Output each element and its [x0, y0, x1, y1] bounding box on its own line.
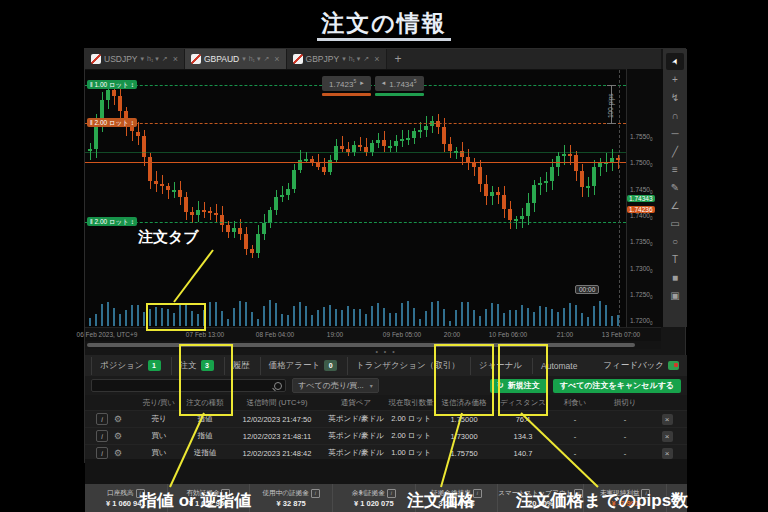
column-header-distance[interactable]: ディスタンス [499, 395, 547, 410]
pair-flag-icon [293, 54, 303, 64]
column-header-qty[interactable]: 現在取引数量 [389, 395, 433, 410]
feedback-link[interactable]: フィードバック [603, 360, 679, 372]
cancel-order-icon[interactable]: × [662, 448, 673, 459]
cell-x[interactable]: × [655, 411, 679, 427]
angle-icon[interactable]: ∠ [666, 197, 684, 214]
table-row[interactable]: i⚙買い指値12/02/2023 21:48:11英ポンド/豪ドル2.00 ロッ… [85, 428, 687, 445]
column-header-sl[interactable]: 損切り [601, 395, 649, 410]
square-icon[interactable]: ■ [666, 269, 684, 286]
table-row[interactable]: i⚙売り指値12/02/2023 21:47:50英ポンド/豪ドル2.00 ロッ… [85, 411, 687, 428]
cell-g[interactable]: ⚙ [111, 411, 125, 427]
channel-icon[interactable]: ≡ [666, 161, 684, 178]
candle [226, 225, 230, 231]
flash-icon[interactable]: ↯ [666, 89, 684, 106]
chevron-down-icon[interactable]: ▾ [141, 55, 145, 63]
candle [196, 210, 200, 215]
rectangle-icon[interactable]: ▭ [666, 215, 684, 232]
search-input[interactable] [91, 379, 286, 392]
cell-x[interactable]: × [655, 428, 679, 444]
volume-bar [149, 309, 151, 326]
scrollbar-handle[interactable] [87, 343, 635, 347]
close-icon[interactable]: × [173, 54, 178, 64]
column-header-tp[interactable]: 利食い [551, 395, 599, 410]
column-header-side[interactable]: 売り/買い [129, 395, 189, 410]
price-axis[interactable]: 1.755001.750001.745001.740001.735001.730… [626, 69, 664, 327]
chevron-down-icon[interactable]: ▾ [242, 55, 246, 63]
candle [394, 141, 398, 147]
cell-side: 売り [129, 411, 189, 427]
popout-icon[interactable]: ↗ [263, 55, 269, 63]
popout-icon[interactable]: ↗ [363, 55, 369, 63]
gear-icon[interactable]: ⚙ [113, 414, 123, 424]
info-icon[interactable]: i [311, 489, 320, 498]
gear-icon[interactable]: ⚙ [113, 431, 123, 441]
chart-tab-gbpjpy[interactable]: GBPJPY ▾ h₁ ▾ ↗ × [287, 49, 387, 69]
text-tool-icon[interactable]: T [666, 251, 684, 268]
cancel-order-icon[interactable]: × [662, 431, 673, 442]
crosshair-icon[interactable]: + [666, 71, 684, 88]
timeframe-label[interactable]: h₁ ▾ [249, 55, 261, 63]
pencil-icon[interactable]: ✎ [666, 179, 684, 196]
new-order-button[interactable]: ↻ 新規注文 [490, 379, 547, 393]
tab-automate[interactable]: Automate [532, 358, 585, 374]
column-header-type[interactable]: 注文の種類 [181, 395, 229, 410]
tab-positions[interactable]: ポジション1 [91, 357, 169, 375]
cell-i[interactable]: i [95, 411, 109, 427]
info-icon[interactable]: i [387, 489, 396, 498]
cancel-all-orders-button[interactable]: すべての注文をキャンセルする [553, 379, 681, 393]
cursor-icon[interactable]: ➤ [666, 53, 684, 70]
cancel-order-icon[interactable]: × [662, 414, 673, 425]
order-lot-label[interactable]: ‖ 2.00 ロット ↕ [87, 217, 137, 226]
buy-quote-button[interactable]: ◂ 1.74345 [375, 76, 424, 91]
timeframe-label[interactable]: h₁ ▾ [349, 55, 361, 63]
volume-bar [107, 302, 109, 326]
column-header-pair[interactable]: 通貨ペア [325, 395, 387, 410]
chevron-down-icon[interactable]: ▾ [342, 55, 346, 63]
order-lot-label[interactable]: ‖ 1.00 ロット ↕ [87, 80, 137, 89]
column-header-price[interactable]: 送信済み価格 [437, 395, 491, 410]
order-lot-label[interactable]: ‖ 2.00 ロット ↕ [87, 118, 137, 127]
candle [268, 210, 272, 223]
tab-orders[interactable]: 注文3 [171, 357, 222, 375]
candle [214, 213, 218, 216]
info-icon[interactable]: i [96, 430, 108, 442]
tab-transactions[interactable]: トランザクション（取引） [347, 357, 468, 375]
close-icon[interactable]: × [374, 54, 379, 64]
time-tooltip: 00:00 [575, 285, 599, 294]
gear-icon[interactable]: ⚙ [113, 448, 123, 458]
tab-badge: 3 [201, 360, 214, 371]
add-chart-tab-button[interactable]: + [387, 49, 410, 69]
column-header-time[interactable]: 送信時間 (UTC+9) [233, 395, 321, 410]
account-metric-value: ¥ 1 020 075 [354, 499, 394, 508]
volume-bar [485, 309, 487, 326]
timeframe-label[interactable]: h₁ ▾ [147, 55, 159, 63]
magnet-icon[interactable]: ∩ [666, 107, 684, 124]
price-chart[interactable]: ‖ 1.00 ロット ↕‖ 2.00 ロット ↕‖ 2.00 ロット ↕ 1.7… [85, 69, 626, 328]
tab-price-alerts[interactable]: 価格アラート0 [260, 357, 346, 375]
tab-history[interactable]: 履歴 [224, 357, 258, 375]
volume-bar [347, 306, 349, 326]
axis-price-label: 1.73000 [630, 265, 652, 274]
trendline-icon[interactable]: ╱ [666, 143, 684, 160]
ellipse-icon[interactable]: ○ [666, 233, 684, 250]
candle [448, 144, 452, 150]
search-icon [274, 382, 282, 390]
chart-tab-usdjpy[interactable]: USDJPY ▾ h₁ ▾ ↗ × [85, 49, 185, 69]
info-icon[interactable]: i [96, 447, 108, 459]
sell-quote-button[interactable]: 1.74235 ▸ [322, 76, 371, 91]
horizontal-line-icon[interactable]: ─ [666, 125, 684, 142]
cell-type: 指値 [181, 428, 229, 444]
info-icon[interactable]: i [96, 413, 108, 425]
cell-i[interactable]: i [95, 428, 109, 444]
camera-icon[interactable]: ▣ [666, 287, 684, 304]
candle [160, 184, 164, 186]
volume-bar [395, 313, 397, 326]
side-filter-dropdown[interactable]: すべての売り/買...▾ [292, 378, 379, 393]
time-axis[interactable]: 06 Feb 2023, UTC+907 Feb 13:0008 Feb 04:… [85, 327, 661, 342]
chart-scrollbar[interactable] [85, 341, 661, 349]
chart-tab-gbpaud[interactable]: GBPAUD ▾ h₁ ▾ ↗ × [185, 49, 287, 69]
cell-g[interactable]: ⚙ [111, 428, 125, 444]
popout-icon[interactable]: ↗ [162, 55, 168, 63]
close-icon[interactable]: × [274, 54, 279, 64]
tab-journal[interactable]: ジャーナル [470, 357, 530, 375]
